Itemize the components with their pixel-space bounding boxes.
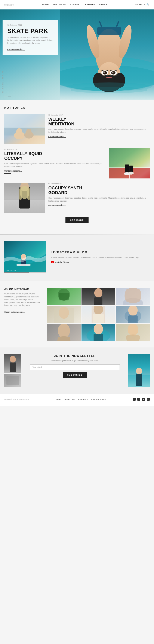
nav-features[interactable]: FEATURES <box>53 4 66 6</box>
insta-cell-5[interactable] <box>81 306 115 323</box>
topic-divider-2 <box>4 173 11 174</box>
topics-grid: 03 November, 2017 WEEKLYMEDITATION Cras … <box>4 114 150 213</box>
newsletter-title: JOIN THE NEWSLETTER <box>30 354 120 358</box>
svg-point-81 <box>136 368 142 374</box>
svg-point-51 <box>94 288 102 298</box>
nav-logo-text: #blog <box>4 4 9 6</box>
hot-topics-title: HOT TOPICS <box>4 106 150 109</box>
topic-excerpt-1: Cras rhoncus eget dolor vitae egestas. D… <box>48 128 150 134</box>
video-progress-bar <box>4 272 46 273</box>
insta-cell-9[interactable] <box>116 324 150 341</box>
topic-image-1 <box>4 114 45 144</box>
topic-content-3: 03 November, 2017 OCCUPY SYNTHGODARD Cra… <box>48 183 150 208</box>
nav-pages[interactable]: PAGES <box>99 4 107 6</box>
social-twitter[interactable]: t <box>137 398 140 401</box>
hero-read-more-link[interactable]: Continue reading... <box>7 48 25 50</box>
social-youtube[interactable]: y <box>142 398 145 401</box>
insta-img-6 <box>116 306 150 323</box>
hero-dot-1[interactable] <box>4 96 7 96</box>
svg-point-67 <box>58 324 70 338</box>
svg-rect-52 <box>94 298 102 305</box>
newsletter-email-input[interactable] <box>30 364 120 370</box>
topic-image-2 <box>109 148 150 178</box>
instagram-link[interactable]: Check out new posts... <box>4 311 25 313</box>
svg-point-26 <box>26 129 31 135</box>
insta-cell-7[interactable] <box>47 324 81 341</box>
see-more-wrap: SEE MORE <box>4 213 150 230</box>
see-more-button[interactable]: SEE MORE <box>66 217 88 223</box>
svg-point-15 <box>103 72 105 73</box>
footer-link-blog[interactable]: BLOG <box>56 398 62 400</box>
topic-read-more-1[interactable]: Continue reading... <box>48 136 150 138</box>
hero-title: SKATE PARK <box>7 27 54 34</box>
nav-search[interactable]: SEARCH 🔍 <box>135 3 150 6</box>
topic-read-more-2[interactable]: Continue reading... <box>4 170 106 172</box>
nav-home[interactable]: HOME <box>42 4 49 6</box>
topic-content-1: 03 November, 2017 WEEKLYMEDITATION Cras … <box>48 114 150 139</box>
topic-title-3: OCCUPY SYNTHGODARD <box>48 186 150 195</box>
footer-links: BLOG ABOUT US COURSES COURSEWORK <box>56 398 106 400</box>
nav-extras[interactable]: EXTRAS <box>70 4 80 6</box>
insta-cell-4[interactable] <box>47 306 81 323</box>
hero-image <box>60 10 154 100</box>
insta-cell-2[interactable] <box>81 288 115 305</box>
svg-point-46 <box>16 264 31 266</box>
youtube-label: Youtube Stream <box>55 261 69 263</box>
social-facebook[interactable]: f <box>133 398 136 401</box>
slide-number: SLIDE NUMBER #3 <box>2 70 4 93</box>
svg-point-57 <box>59 307 69 319</box>
insta-img-5 <box>81 306 115 323</box>
instagram-section: #BLOG INSTAGRAM Vivamus orci faucibus qu… <box>0 281 154 348</box>
footer-link-about[interactable]: ABOUT US <box>65 398 75 400</box>
svg-point-70 <box>94 324 103 334</box>
insta-cell-8[interactable] <box>81 324 115 341</box>
svg-rect-78 <box>6 376 19 385</box>
nav-logo[interactable]: #blogzero <box>4 3 14 6</box>
hero-content-box: 10 October, 2017 SKATE PARK Synapse wrat… <box>2 20 58 55</box>
insta-img-4 <box>47 306 81 323</box>
newsletter-right-image <box>128 354 150 387</box>
topic-title-1: WEEKLYMEDITATION <box>48 117 150 126</box>
insta-img-7 <box>47 324 81 341</box>
svg-point-75 <box>10 356 16 363</box>
instagram-desc: Vivamus orci faucibus quam. Vivam vestib… <box>4 292 43 307</box>
surf-placeholder <box>4 241 46 273</box>
footer-link-courses[interactable]: COURSES <box>78 398 88 400</box>
svg-rect-65 <box>128 316 138 323</box>
topic-divider-1 <box>48 139 55 139</box>
svg-rect-27 <box>4 114 45 128</box>
topic-read-more-3[interactable]: Continue reading... <box>48 204 150 206</box>
video-label: VIDEO #2 <box>6 270 16 272</box>
livestream-section: VIDEO #2 LIVESTREAM VLOG Phasae sed blan… <box>0 234 154 281</box>
nav-logo-sub: zero <box>9 4 13 6</box>
insta-img-1 <box>47 288 81 305</box>
svg-rect-71 <box>94 334 103 341</box>
svg-rect-42 <box>27 188 30 200</box>
topic-img-beach <box>4 114 45 144</box>
insta-img-9 <box>116 324 150 341</box>
insta-cell-1[interactable] <box>47 288 81 305</box>
nav-layouts[interactable]: LAYOUTS <box>83 4 95 6</box>
svg-point-20 <box>71 87 148 93</box>
hero-woman-svg <box>60 10 154 100</box>
search-icon: 🔍 <box>147 3 150 6</box>
social-linkedin[interactable]: in <box>147 398 150 401</box>
livestream-excerpt: Phasae sed blandit tristiq bitostus. Sce… <box>51 256 139 259</box>
insta-cell-6[interactable] <box>116 306 150 323</box>
topic-row-3: 03 November, 2017 OCCUPY SYNTHGODARD Cra… <box>4 183 150 213</box>
topic-date-2: 03 November, 2017 <box>4 148 106 150</box>
topic-row-2: 03 November, 2017 LITERALLY SQUIDOCCUPY … <box>4 148 150 178</box>
topic-row-1: 03 November, 2017 WEEKLYMEDITATION Cras … <box>4 114 150 144</box>
hero-section: 10 October, 2017 SKATE PARK Synapse wrat… <box>0 10 154 100</box>
newsletter-img-1 <box>4 354 21 373</box>
hot-topics-section: HOT TOPICS <box>0 100 154 234</box>
topic-date-1: 03 November, 2017 <box>48 114 150 116</box>
subscribe-button[interactable]: SUBSCRIBE <box>63 372 87 378</box>
instagram-inner: #BLOG INSTAGRAM Vivamus orci faucibus qu… <box>4 288 150 341</box>
hero-dot-2[interactable] <box>8 96 11 96</box>
insta-cell-3[interactable] <box>116 288 150 305</box>
footer-link-coursework[interactable]: COURSEWORK <box>91 398 106 400</box>
newsletter-img-2 <box>4 374 21 387</box>
svg-point-35 <box>129 172 134 174</box>
youtube-link[interactable]: Youtube Stream <box>51 261 139 263</box>
